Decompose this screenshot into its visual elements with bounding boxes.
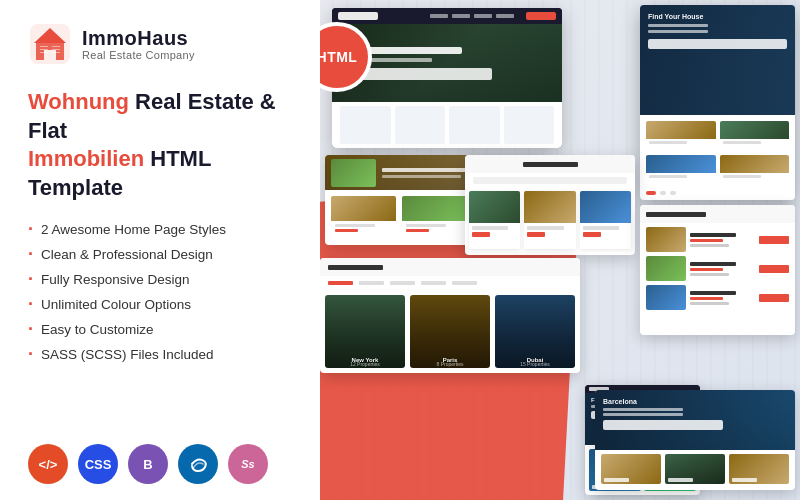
feature-label-6: SASS (SCSS) Files Included: [41, 347, 214, 362]
mock-br-body: [595, 450, 795, 488]
feature-item-3: · Fully Responsive Design: [28, 270, 300, 288]
screenshot-hero-2: Find Your House: [640, 5, 795, 200]
mock-city-dubai: Dubai 15 Properties: [495, 295, 575, 368]
mock-prop-4: [504, 106, 555, 144]
mock-bottom-section: [332, 102, 562, 148]
screenshot-top-cities: New York 12 Properties Paris 8 Propertie…: [320, 258, 580, 373]
feature-label-4: Unlimited Colour Options: [41, 297, 191, 312]
main-title: Wohnung Real Estate & Flat Immobilien HT…: [28, 88, 300, 202]
screenshot-bottom-right: Barcelona: [595, 390, 795, 490]
html5-label: </>: [39, 457, 58, 472]
mock-navbar: [332, 8, 562, 24]
logo-subtitle: Real Estate Company: [82, 49, 195, 61]
bullet-icon: ·: [28, 345, 33, 363]
svg-rect-4: [40, 52, 48, 53]
mock-op-header: [640, 205, 795, 223]
logo-icon: [28, 22, 72, 66]
bullet-icon: ·: [28, 220, 33, 238]
tech-badges: </> CSS B Ss: [28, 444, 300, 484]
logo-area: ImmoHaus Real Estate Company: [28, 22, 300, 66]
feature-label-3: Fully Responsive Design: [41, 272, 190, 287]
mock-search-2: [648, 39, 787, 49]
feature-label-1: 2 Awesome Home Page Styles: [41, 222, 226, 237]
bullet-icon: ·: [28, 320, 33, 338]
mock-hero-2: Find Your House: [640, 5, 795, 115]
mock-mid-card-2: [402, 196, 467, 241]
feature-label-2: Clean & Professional Design: [41, 247, 213, 262]
mock-op-item-3: [646, 285, 789, 310]
features-list: · 2 Awesome Home Page Styles · Clean & P…: [28, 220, 300, 370]
title-highlight-2: Immobilien: [28, 146, 144, 171]
jquery-badge: [178, 444, 218, 484]
mock-prop-3: [449, 106, 500, 144]
mock-nav-btn: [526, 12, 556, 20]
feature-item-6: · SASS (SCSS) Files Included: [28, 345, 300, 363]
mock-cities-title: [328, 265, 383, 270]
mock-logo: [338, 12, 378, 20]
mock-prop-item-1: [646, 121, 716, 151]
feature-label-5: Easy to Customize: [41, 322, 154, 337]
mock-line-2: [648, 30, 708, 33]
mock-op-title: [646, 212, 706, 217]
screenshot-our-properties: [640, 205, 795, 335]
mock-prop-2: [395, 106, 446, 144]
bootstrap-badge: B: [128, 444, 168, 484]
screenshot-top-properties: [465, 155, 635, 255]
mock-mid-img: [331, 159, 376, 187]
mock-cities-nav: [320, 276, 580, 290]
screenshot-hero-1: [332, 8, 562, 148]
logo-name: ImmoHaus: [82, 27, 195, 49]
feature-item-4: · Unlimited Colour Options: [28, 295, 300, 313]
mock-tp-header: [465, 155, 635, 173]
bullet-icon: ·: [28, 245, 33, 263]
html5-badge: </>: [28, 444, 68, 484]
mock-prop-item-4: [720, 155, 790, 185]
mock-br-prop-3: [729, 454, 789, 484]
mock-props-grid: [640, 115, 795, 191]
mock-tp-card-2: [524, 191, 575, 249]
html-badge-text: HTML: [320, 49, 357, 65]
screenshots-wrapper: Find Your House: [320, 0, 800, 500]
bootstrap-label: B: [143, 457, 152, 472]
sass-badge: Ss: [228, 444, 268, 484]
svg-rect-6: [52, 49, 60, 50]
feature-item-5: · Easy to Customize: [28, 320, 300, 338]
mock-nav-links: [430, 14, 514, 18]
mock-tp-card-1: [469, 191, 520, 249]
feature-item-2: · Clean & Professional Design: [28, 245, 300, 263]
mock-prop-item-2: [720, 121, 790, 151]
left-panel: ImmoHaus Real Estate Company Wohnung Rea…: [0, 0, 320, 500]
sass-label: Ss: [241, 458, 254, 470]
mock-op-item-2: [646, 256, 789, 281]
mock-cities-header: [320, 258, 580, 276]
bullet-icon: ·: [28, 295, 33, 313]
mock-br-prop-1: [601, 454, 661, 484]
mock-tp-title: [523, 162, 578, 167]
mock-line-1: [648, 24, 708, 27]
mock-prop-item-3: [646, 155, 716, 185]
mock-cities-grid: New York 12 Properties Paris 8 Propertie…: [320, 290, 580, 373]
svg-rect-7: [52, 52, 60, 53]
mock-op-list: [640, 223, 795, 314]
title-highlight-1: Wohnung: [28, 89, 129, 114]
css3-label: CSS: [85, 457, 112, 472]
logo-text-block: ImmoHaus Real Estate Company: [82, 27, 195, 61]
mock-br-title: Barcelona: [603, 398, 787, 405]
mock-mid-card-1: [331, 196, 396, 241]
mock-prop-1: [340, 106, 391, 144]
bullet-icon: ·: [28, 270, 33, 288]
mock-br-hero: Barcelona: [595, 390, 795, 450]
mock-city-new-york: New York 12 Properties: [325, 295, 405, 368]
mock-city-paris: Paris 8 Properties: [410, 295, 490, 368]
mock-title-2: Find Your House: [648, 13, 787, 20]
mock-tp-cards: [465, 187, 635, 253]
svg-rect-2: [40, 46, 48, 47]
mock-op-item-1: [646, 227, 789, 252]
css3-badge: CSS: [78, 444, 118, 484]
jquery-icon: [187, 453, 209, 475]
mock-tp-card-3: [580, 191, 631, 249]
svg-rect-3: [40, 49, 48, 50]
feature-item-1: · 2 Awesome Home Page Styles: [28, 220, 300, 238]
main-container: ImmoHaus Real Estate Company Wohnung Rea…: [0, 0, 800, 500]
right-panel: HTML: [320, 0, 800, 500]
